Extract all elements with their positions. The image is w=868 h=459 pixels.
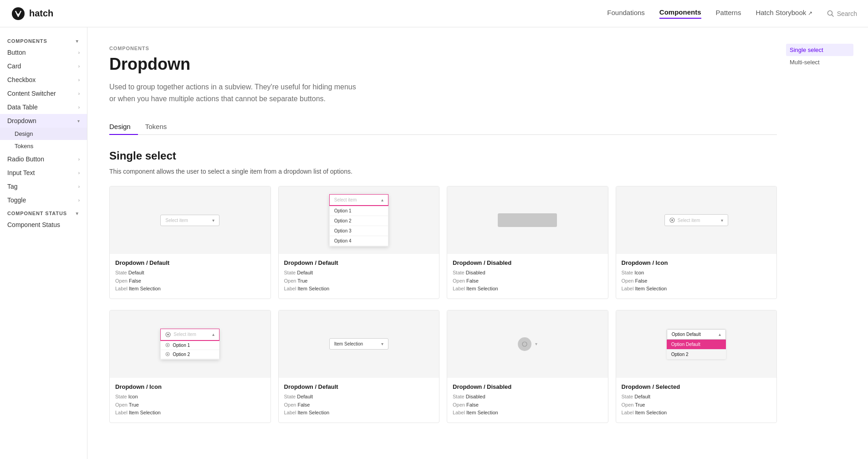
page-description: Used to group together actions in a subv… <box>109 81 364 104</box>
dropdown-chevron: ▾ <box>77 119 80 124</box>
sidebar-item-checkbox[interactable]: Checkbox › <box>0 73 87 87</box>
checkbox-chevron: › <box>78 77 80 83</box>
card-title-6: Dropdown / Disabled <box>453 383 602 390</box>
preview-disabled-icon: ▾ <box>447 310 608 378</box>
component-card-2[interactable]: Dropdown / Disabled State Disabled Open … <box>447 186 608 299</box>
tab-design[interactable]: Design <box>109 119 138 135</box>
component-card-0[interactable]: Select item ▾ Dropdown / Default State D… <box>109 186 271 299</box>
nav-foundations[interactable]: Foundations <box>607 9 645 18</box>
header-nav: Foundations Components Patterns Hatch St… <box>607 8 812 19</box>
option-icon <box>165 343 170 347</box>
card-info-3: Dropdown / Icon State Icon Open False La… <box>616 254 777 299</box>
section-description: This component allows the user to select… <box>109 168 383 175</box>
sidebar-item-input-text[interactable]: Input Text › <box>0 166 87 180</box>
svg-point-9 <box>167 354 168 355</box>
radio-button-chevron: › <box>78 157 80 162</box>
preview-default-closed: Select item ▾ <box>110 186 271 254</box>
card-title-7: Dropdown / Selected <box>622 383 771 390</box>
sidebar-item-radio-button[interactable]: Radio Button › <box>0 152 87 166</box>
card-meta-7: State Default Open True Label Item Selec… <box>622 393 771 417</box>
card-info-5: Dropdown / Default State Default Open Fa… <box>279 378 439 423</box>
card-info-0: Dropdown / Default State Default Open Fa… <box>110 254 271 299</box>
disabled-icon-mockup: ▾ <box>518 337 537 351</box>
card-meta-4: State Icon Open True Label Item Selectio… <box>115 393 265 417</box>
sidebar-item-tag[interactable]: Tag › <box>0 180 87 193</box>
card-info-7: Dropdown / Selected State Default Open T… <box>616 378 777 423</box>
card-meta-3: State Icon Open False Label Item Selecti… <box>622 269 771 293</box>
content-switcher-chevron: › <box>78 91 80 96</box>
svg-point-10 <box>522 342 527 346</box>
card-meta-6: State Disabled Open False Label Item Sel… <box>453 393 602 417</box>
card-title-3: Dropdown / Icon <box>622 259 771 266</box>
dropdown-mockup-default: Select item ▾ <box>160 215 220 226</box>
header: hatch Foundations Components Patterns Ha… <box>0 0 868 27</box>
card-title-0: Dropdown / Default <box>115 259 265 266</box>
card-chevron: › <box>78 64 80 69</box>
components-chevron: ▼ <box>75 39 80 44</box>
sidebar-sub-item-tokens[interactable]: Tokens <box>0 140 87 152</box>
nav-patterns[interactable]: Patterns <box>716 9 741 18</box>
disabled-icon <box>522 341 527 347</box>
card-meta-0: State Default Open False Label Item Sele… <box>115 269 265 293</box>
input-text-chevron: › <box>78 170 80 175</box>
component-card-4[interactable]: Select item ▴ Option 1 Option 2 <box>109 310 271 423</box>
card-meta-5: State Default Open False Label Item Sele… <box>284 393 434 417</box>
sidebar-item-button[interactable]: Button › <box>0 46 87 59</box>
breadcrumb: COMPONENTS <box>109 46 777 51</box>
dropdown-mockup-selection: Item Selection ▾ <box>329 338 388 350</box>
tabs: Design Tokens <box>109 119 777 135</box>
dropdown-mockup-icon: Select item ▾ <box>664 214 728 226</box>
selected-option-2: Option 2 <box>667 349 726 359</box>
right-sidebar: Single select Multi-select <box>779 36 861 76</box>
sidebar-item-content-switcher[interactable]: Content Switcher › <box>0 87 87 100</box>
page-title: Dropdown <box>109 55 777 74</box>
card-info-2: Dropdown / Disabled State Disabled Open … <box>447 254 608 299</box>
component-card-1[interactable]: Select item ▴ Option 1 Option 2 Option 3… <box>278 186 440 299</box>
dropdown-mockup-selected: Option Default ▴ Option Default Option 2 <box>667 329 726 359</box>
nav-storybook[interactable]: Hatch Storybook <box>756 9 812 18</box>
main-content: COMPONENTS Dropdown Used to group togeth… <box>87 27 868 459</box>
search-label: Search <box>837 10 857 17</box>
card-meta-2: State Disabled Open False Label Item Sel… <box>453 269 602 293</box>
button-chevron: › <box>78 50 80 55</box>
option-icon-2 <box>165 352 170 356</box>
component-card-7[interactable]: Option Default ▴ Option Default Option 2… <box>616 310 777 423</box>
logo-text: hatch <box>29 8 53 19</box>
sidebar-item-data-table[interactable]: Data Table › <box>0 100 87 114</box>
nav-components[interactable]: Components <box>659 8 701 19</box>
preview-icon: Select item ▾ <box>616 186 777 254</box>
component-status-chevron: ▼ <box>75 211 80 216</box>
tag-chevron: › <box>78 184 80 189</box>
right-sidebar-item-multi-select[interactable]: Multi-select <box>786 56 853 68</box>
search-button[interactable]: Search <box>827 10 857 17</box>
data-table-chevron: › <box>78 105 80 110</box>
sidebar-item-toggle[interactable]: Toggle › <box>0 193 87 207</box>
component-card-3[interactable]: Select item ▾ Dropdown / Icon State Icon… <box>616 186 777 299</box>
components-section-title[interactable]: COMPONENTS ▼ <box>0 35 87 46</box>
toggle-chevron: › <box>78 198 80 203</box>
card-title-4: Dropdown / Icon <box>115 383 265 390</box>
right-sidebar-item-single-select[interactable]: Single select <box>786 44 853 56</box>
card-title-2: Dropdown / Disabled <box>453 259 602 266</box>
dropdown-icon <box>669 217 675 223</box>
component-card-5[interactable]: Item Selection ▾ Dropdown / Default Stat… <box>278 310 440 423</box>
sidebar-item-component-status[interactable]: Component Status <box>0 218 87 232</box>
logo[interactable]: hatch <box>11 6 53 21</box>
svg-point-5 <box>167 334 169 335</box>
tab-tokens[interactable]: Tokens <box>145 119 174 135</box>
card-title-1: Dropdown / Default <box>284 259 434 266</box>
search-icon <box>827 10 834 17</box>
card-info-6: Dropdown / Disabled State Disabled Open … <box>447 378 608 423</box>
dropdown-mockup-icon-open: Select item ▴ Option 1 Option 2 <box>160 329 220 360</box>
preview-icon-open: Select item ▴ Option 1 Option 2 <box>110 310 271 378</box>
preview-default-open: Select item ▴ Option 1 Option 2 Option 3… <box>279 186 439 254</box>
layout: COMPONENTS ▼ Button › Card › Checkbox › … <box>0 27 868 459</box>
sidebar-sub-item-design[interactable]: Design <box>0 128 87 140</box>
component-grid: Select item ▾ Dropdown / Default State D… <box>109 186 777 299</box>
component-status-section-title[interactable]: COMPONENT STATUS ▼ <box>0 207 87 218</box>
svg-point-3 <box>671 219 673 221</box>
sidebar-item-dropdown[interactable]: Dropdown ▾ <box>0 114 87 128</box>
sidebar-item-card[interactable]: Card › <box>0 59 87 73</box>
component-card-6[interactable]: ▾ Dropdown / Disabled State Disabled Ope… <box>447 310 608 423</box>
card-info-4: Dropdown / Icon State Icon Open True Lab… <box>110 378 271 423</box>
